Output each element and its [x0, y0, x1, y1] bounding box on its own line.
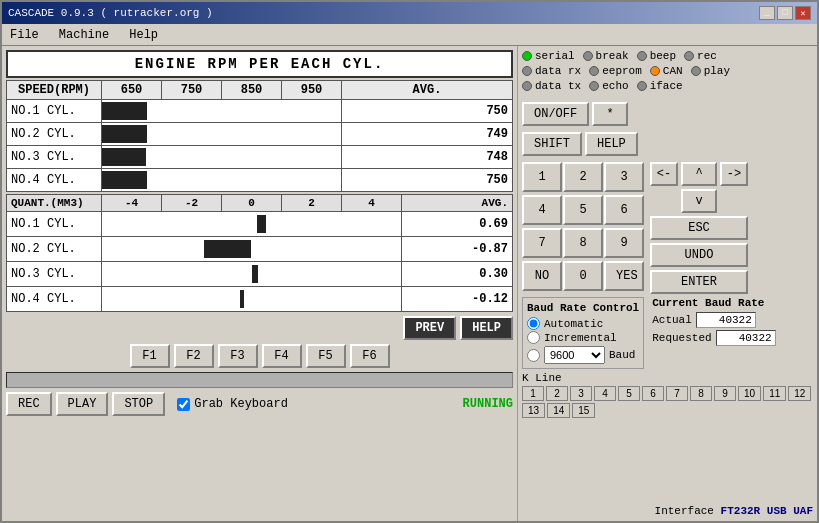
beep-label: beep [650, 50, 676, 62]
eeprom-indicator: eeprom [589, 65, 642, 77]
cyl3-avg: 748 [342, 146, 513, 169]
onoff-button[interactable]: ON/OFF [522, 102, 589, 126]
kline-15[interactable]: 15 [572, 403, 595, 418]
kline-section: K Line 1 2 3 4 5 6 7 8 9 10 11 12 13 14 … [522, 372, 813, 418]
cyl1-bar-cell [102, 100, 342, 123]
kline-buttons: 1 2 3 4 5 6 7 8 9 10 11 12 13 14 15 [522, 386, 813, 418]
down-button[interactable]: v [681, 189, 717, 213]
baud-rate-title: Baud Rate Control [527, 302, 639, 314]
main-content: ENGINE RPM PER EACH CYL. SPEED(RPM) 650 … [2, 46, 817, 521]
iface-label: iface [650, 80, 683, 92]
cyl1-label: NO.1 CYL. [7, 100, 102, 123]
incremental-radio[interactable] [527, 331, 540, 344]
qcyl4-avg: -0.12 [402, 287, 513, 312]
title-bar: CASCADE 0.9.3 ( rutracker.org ) _ □ ✕ [2, 2, 817, 24]
play-button[interactable]: PLAY [56, 392, 109, 416]
quant-neg2: -2 [162, 195, 222, 212]
num2-button[interactable]: 2 [563, 162, 603, 192]
f1-button[interactable]: F1 [130, 344, 170, 368]
kline-13[interactable]: 13 [522, 403, 545, 418]
qcyl2-bar-cell [102, 237, 402, 262]
f4-button[interactable]: F4 [262, 344, 302, 368]
maximize-button[interactable]: □ [777, 6, 793, 20]
menu-file[interactable]: File [6, 27, 43, 43]
prev-button[interactable]: PREV [403, 316, 456, 340]
f5-button[interactable]: F5 [306, 344, 346, 368]
yes-button[interactable]: YES [604, 261, 644, 291]
kline-3[interactable]: 3 [570, 386, 592, 401]
num4-button[interactable]: 4 [522, 195, 562, 225]
quant-2: 2 [282, 195, 342, 212]
serial-led [522, 51, 532, 61]
num3-button[interactable]: 3 [604, 162, 644, 192]
help-button[interactable]: HELP [460, 316, 513, 340]
enter-button[interactable]: ENTER [650, 270, 748, 294]
table-row: NO.3 CYL. 0.30 [7, 262, 513, 287]
num7-button[interactable]: 7 [522, 228, 562, 258]
datatx-indicator: data tx [522, 80, 581, 92]
shift-button[interactable]: SHIFT [522, 132, 582, 156]
num1-button[interactable]: 1 [522, 162, 562, 192]
cyl2-bar-cell [102, 123, 342, 146]
table-row: NO.2 CYL. -0.87 [7, 237, 513, 262]
kline-7[interactable]: 7 [666, 386, 688, 401]
kline-6[interactable]: 6 [642, 386, 664, 401]
up-button[interactable]: ^ [681, 162, 717, 186]
num6-button[interactable]: 6 [604, 195, 644, 225]
kline-12[interactable]: 12 [788, 386, 811, 401]
f3-button[interactable]: F3 [218, 344, 258, 368]
qcyl3-label: NO.3 CYL. [7, 262, 102, 287]
cyl4-bar-cell [102, 169, 342, 192]
f6-button[interactable]: F6 [350, 344, 390, 368]
qcyl1-bar-cell [102, 212, 402, 237]
automatic-radio[interactable] [527, 317, 540, 330]
num9-button[interactable]: 9 [604, 228, 644, 258]
kline-11[interactable]: 11 [763, 386, 786, 401]
title-controls: _ □ ✕ [759, 6, 811, 20]
esc-button[interactable]: ESC [650, 216, 748, 240]
forward-button[interactable]: -> [720, 162, 748, 186]
serial-indicator: serial [522, 50, 575, 62]
running-status: RUNNING [463, 397, 513, 411]
cyl2-avg: 749 [342, 123, 513, 146]
indicator-row-1: serial break beep rec [522, 50, 813, 62]
numpad: 1 2 3 4 5 6 7 8 9 NO 0 YES [522, 162, 642, 294]
datarx-led [522, 66, 532, 76]
num5-button[interactable]: 5 [563, 195, 603, 225]
kline-9[interactable]: 9 [714, 386, 736, 401]
help-pad-button[interactable]: HELP [585, 132, 638, 156]
rpm-750-header: 750 [162, 81, 222, 100]
baud-select[interactable]: 9600 19200 38400 57600 115200 [544, 346, 605, 364]
minimize-button[interactable]: _ [759, 6, 775, 20]
kline-5[interactable]: 5 [618, 386, 640, 401]
num8-button[interactable]: 8 [563, 228, 603, 258]
grab-keyboard-checkbox[interactable] [177, 398, 190, 411]
cyl4-avg: 750 [342, 169, 513, 192]
prev-help-row: PREV HELP [6, 316, 513, 340]
undo-button[interactable]: UNDO [650, 243, 748, 267]
num0-button[interactable]: 0 [563, 261, 603, 291]
custom-baud-radio[interactable] [527, 349, 540, 362]
kline-2[interactable]: 2 [546, 386, 568, 401]
table-row: NO.1 CYL. 0.69 [7, 212, 513, 237]
break-led [583, 51, 593, 61]
kline-14[interactable]: 14 [547, 403, 570, 418]
stop-button[interactable]: STOP [112, 392, 165, 416]
table-row: NO.1 CYL. 750 [7, 100, 513, 123]
star-button[interactable]: * [592, 102, 628, 126]
no-button[interactable]: NO [522, 261, 562, 291]
automatic-label: Automatic [544, 318, 603, 330]
rec-button[interactable]: REC [6, 392, 52, 416]
baud-rate-control: Baud Rate Control Automatic Incremental … [522, 297, 644, 369]
back-button[interactable]: <- [650, 162, 678, 186]
automatic-row: Automatic [527, 317, 639, 330]
kline-8[interactable]: 8 [690, 386, 712, 401]
kline-4[interactable]: 4 [594, 386, 616, 401]
quant-header-row: QUANT.(MM3) -4 -2 0 2 4 AVG. [7, 195, 513, 212]
close-button[interactable]: ✕ [795, 6, 811, 20]
kline-10[interactable]: 10 [738, 386, 761, 401]
f2-button[interactable]: F2 [174, 344, 214, 368]
kline-1[interactable]: 1 [522, 386, 544, 401]
menu-help[interactable]: Help [125, 27, 162, 43]
menu-machine[interactable]: Machine [55, 27, 113, 43]
